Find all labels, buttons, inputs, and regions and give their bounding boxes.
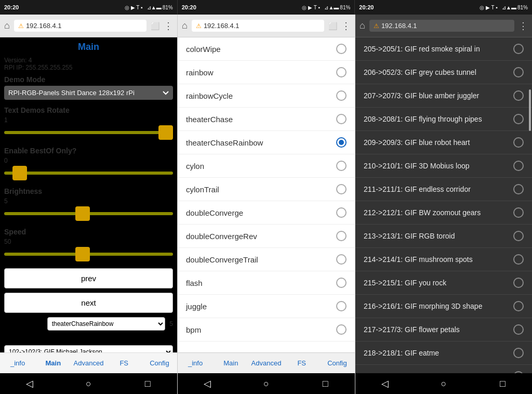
gif-list-item[interactable]: 217->217/3: GIF flower petals bbox=[355, 318, 532, 342]
brightness-slider[interactable] bbox=[4, 206, 173, 221]
demo-mode-select[interactable]: RPI-RGB-Panels Shirt Dance 128x192 rPi bbox=[4, 86, 173, 100]
home-icon-3[interactable]: ⌂ bbox=[360, 20, 365, 31]
list-item[interactable]: theaterChase bbox=[178, 108, 355, 131]
gif-list-item[interactable]: 207->207/3: GIF blue amber juggler bbox=[355, 84, 532, 108]
list-item[interactable]: doubleConvergeTrail bbox=[178, 248, 355, 271]
nav-config-1[interactable]: Config bbox=[142, 353, 177, 373]
home-btn-3[interactable]: ○ bbox=[438, 378, 449, 389]
prev-button[interactable]: prev bbox=[4, 268, 173, 288]
radio-doubleconverge[interactable] bbox=[336, 207, 347, 218]
list-item[interactable]: cylonTrail bbox=[178, 178, 355, 201]
list-item[interactable]: cylon bbox=[178, 154, 355, 178]
radio-gif-208[interactable] bbox=[513, 114, 524, 124]
radio-theaterchaserainbow[interactable] bbox=[336, 137, 347, 148]
list-item[interactable]: theaterChaseRainbow bbox=[178, 131, 355, 154]
radio-cylon[interactable] bbox=[336, 161, 347, 171]
gif-list-item[interactable]: 208->208/1: GIF flying through pipes bbox=[355, 108, 532, 131]
enable-bestof-slider[interactable] bbox=[4, 165, 173, 181]
radio-bpm[interactable] bbox=[336, 324, 347, 335]
tab-icon-1[interactable]: ⬜ bbox=[151, 22, 159, 30]
home-icon-1[interactable]: ⌂ bbox=[4, 20, 10, 31]
radio-gif-209[interactable] bbox=[513, 137, 524, 148]
radio-gif-207[interactable] bbox=[513, 90, 524, 101]
speed-slider[interactable] bbox=[4, 246, 173, 262]
radio-gif-206[interactable] bbox=[513, 67, 524, 77]
gif-list-item[interactable]: 216->216/1: GIF morphing 3D shape bbox=[355, 295, 532, 318]
radio-gif-217[interactable] bbox=[513, 324, 524, 335]
gif-list-item[interactable]: 209->209/3: GIF blue robot heart bbox=[355, 131, 532, 154]
radio-gif-212[interactable] bbox=[513, 207, 524, 218]
radio-gif-213[interactable] bbox=[513, 231, 524, 241]
radio-juggle[interactable] bbox=[336, 301, 347, 311]
recents-btn-2[interactable]: □ bbox=[320, 378, 330, 389]
list-item[interactable]: colorWipe bbox=[178, 37, 355, 61]
next-button[interactable]: next bbox=[4, 293, 173, 313]
nav-fs-2[interactable]: FS bbox=[284, 353, 320, 373]
menu-dots-3[interactable]: ⋮ bbox=[518, 20, 528, 32]
speed-thumb[interactable] bbox=[75, 247, 90, 261]
tab-icon-2[interactable]: ⬜ bbox=[328, 22, 337, 30]
list-item[interactable]: doubleConvergeRev bbox=[178, 225, 355, 248]
gif-list-item[interactable]: 206->052/3: GIF grey cubes tunnel bbox=[355, 61, 532, 84]
nav-advanced-2[interactable]: Advanced bbox=[248, 353, 284, 373]
radio-gif-210[interactable] bbox=[513, 161, 524, 171]
gif-list-item[interactable]: 213->213/1: GIF RGB toroid bbox=[355, 225, 532, 248]
nav-config-2[interactable]: Config bbox=[320, 353, 355, 373]
radio-gif-214[interactable] bbox=[513, 254, 524, 265]
radio-gif-219[interactable] bbox=[513, 371, 524, 373]
radio-colorwipe[interactable] bbox=[336, 44, 347, 54]
address-bar-1[interactable]: ⚠ 192.168.4.1 bbox=[14, 20, 147, 32]
radio-cylontrail[interactable] bbox=[336, 184, 347, 194]
radio-gif-211[interactable] bbox=[513, 184, 524, 194]
radio-gif-215[interactable] bbox=[513, 278, 524, 288]
text-demos-rotate-slider[interactable] bbox=[4, 125, 173, 140]
menu-dots-2[interactable]: ⋮ bbox=[341, 20, 351, 32]
list-item[interactable]: juggle bbox=[178, 295, 355, 318]
gif-list-item[interactable]: 205->205/1: GIF red smoke spiral in bbox=[355, 37, 532, 61]
brightness-thumb[interactable] bbox=[75, 206, 90, 221]
radio-doubleconvergetrail[interactable] bbox=[336, 254, 347, 265]
home-icon-2[interactable]: ⌂ bbox=[182, 20, 188, 31]
home-btn-2[interactable]: ○ bbox=[261, 378, 271, 389]
list-item[interactable]: rainbowCycle bbox=[178, 84, 355, 108]
nav-info-2[interactable]: _info bbox=[178, 353, 213, 373]
radio-gif-205[interactable] bbox=[513, 44, 524, 54]
back-btn-1[interactable]: ◁ bbox=[24, 378, 35, 389]
gif-list-item[interactable]: 219->219/3: GIF sparkling spiralin bbox=[355, 365, 532, 373]
menu-dots-1[interactable]: ⋮ bbox=[164, 20, 173, 32]
radio-gif-216[interactable] bbox=[513, 301, 524, 311]
list-item[interactable]: doubleConverge bbox=[178, 201, 355, 225]
bottom-nav-2: _info Main Advanced FS Config bbox=[178, 352, 355, 373]
nav-advanced-1[interactable]: Advanced bbox=[71, 353, 106, 373]
list-item[interactable]: bpm bbox=[178, 318, 355, 342]
radio-rainbowcycle[interactable] bbox=[336, 90, 347, 101]
enable-bestof-thumb[interactable] bbox=[12, 166, 27, 180]
nav-fs-1[interactable]: FS bbox=[107, 353, 142, 373]
gif-list-item[interactable]: 210->210/1: GIF 3D Mobius loop bbox=[355, 154, 532, 178]
gif-list-item[interactable]: 215->215/1: GIF you rock bbox=[355, 271, 532, 295]
address-bar-3[interactable]: ⚠ 192.168.4.1 bbox=[369, 20, 514, 32]
radio-gif-218[interactable] bbox=[513, 348, 524, 358]
gif-list-item[interactable]: 218->218/1: GIF eatme bbox=[355, 342, 532, 365]
address-bar-2[interactable]: ⚠ 192.168.4.1 bbox=[192, 20, 324, 32]
recents-btn-3[interactable]: □ bbox=[497, 378, 508, 389]
gif-list-item[interactable]: 211->211/1: GIF endless corridor bbox=[355, 178, 532, 201]
list-item[interactable]: flash bbox=[178, 271, 355, 295]
text-demos-rotate-thumb[interactable] bbox=[158, 125, 173, 140]
gif-list-item[interactable]: 214->214/1: GIF mushroom spots bbox=[355, 248, 532, 271]
back-btn-3[interactable]: ◁ bbox=[380, 378, 390, 389]
nav-main-1[interactable]: Main bbox=[35, 353, 71, 373]
gif-list-item[interactable]: 212->212/1: GIF BW zoomout gears bbox=[355, 201, 532, 225]
back-btn-2[interactable]: ◁ bbox=[202, 378, 212, 389]
recents-btn-1[interactable]: □ bbox=[142, 378, 153, 389]
strip-demo-select[interactable]: theaterChaseRainbow bbox=[47, 317, 166, 331]
radio-doubleconvergerev[interactable] bbox=[336, 231, 347, 241]
radio-flash[interactable] bbox=[336, 278, 347, 288]
panel-demo-select[interactable]: 102->102/3: GIF Michael Jackson bbox=[4, 345, 173, 352]
nav-info-1[interactable]: _info bbox=[0, 353, 35, 373]
radio-theaterchase[interactable] bbox=[336, 114, 347, 124]
radio-rainbow[interactable] bbox=[336, 67, 347, 77]
list-item[interactable]: rainbow bbox=[178, 61, 355, 84]
nav-main-2[interactable]: Main bbox=[213, 353, 248, 373]
home-btn-1[interactable]: ○ bbox=[83, 378, 94, 389]
